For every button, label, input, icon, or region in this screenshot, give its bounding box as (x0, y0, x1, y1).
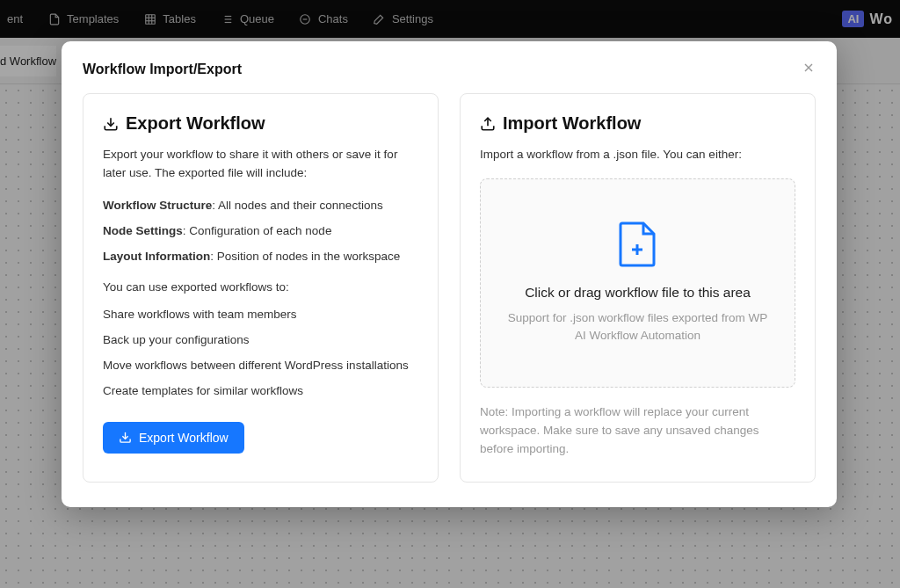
export-desc: Export your workflow to share it with ot… (103, 146, 418, 183)
export-button-label: Export Workflow (139, 431, 229, 445)
file-dropzone[interactable]: Click or drag workflow file to this area… (480, 178, 795, 388)
use-item: Share workflows with team members (103, 306, 418, 323)
file-add-icon (619, 221, 657, 271)
export-title: Export Workflow (103, 113, 418, 134)
import-title-text: Import Workflow (503, 113, 641, 134)
export-button[interactable]: Export Workflow (103, 422, 244, 454)
export-title-text: Export Workflow (126, 113, 265, 134)
modal-title: Workflow Import/Export (83, 62, 242, 77)
import-desc: Import a workflow from a .json file. You… (480, 146, 795, 164)
info-item: Node Settings: Configuration of each nod… (103, 222, 418, 240)
export-card: Export Workflow Export your workflow to … (83, 93, 439, 483)
import-title: Import Workflow (480, 113, 795, 134)
download-icon (119, 431, 132, 444)
use-item: Back up your configurations (103, 331, 418, 349)
use-item: Move workflows between different WordPre… (103, 357, 418, 374)
download-icon (103, 116, 119, 132)
import-export-modal: Workflow Import/Export Export Workflow E… (62, 41, 837, 507)
import-note: Note: Importing a workflow will replace … (480, 403, 795, 459)
export-info-list: Workflow Structure: All nodes and their … (103, 197, 418, 266)
upload-icon (480, 116, 496, 132)
close-icon (802, 61, 816, 75)
modal-body: Export Workflow Export your workflow to … (83, 93, 816, 483)
close-button[interactable] (802, 61, 816, 77)
dropzone-subtitle: Support for .json workflow files exporte… (506, 309, 770, 345)
modal-header: Workflow Import/Export (83, 61, 816, 77)
use-item: Create templates for similar workflows (103, 382, 418, 400)
use-list: Share workflows with team members Back u… (103, 306, 418, 401)
info-item: Workflow Structure: All nodes and their … (103, 197, 418, 214)
info-item: Layout Information: Position of nodes in… (103, 248, 418, 265)
dropzone-title: Click or drag workflow file to this area (525, 285, 751, 301)
use-intro: You can use exported workflows to: (103, 280, 418, 294)
import-card: Import Workflow Import a workflow from a… (460, 93, 816, 483)
